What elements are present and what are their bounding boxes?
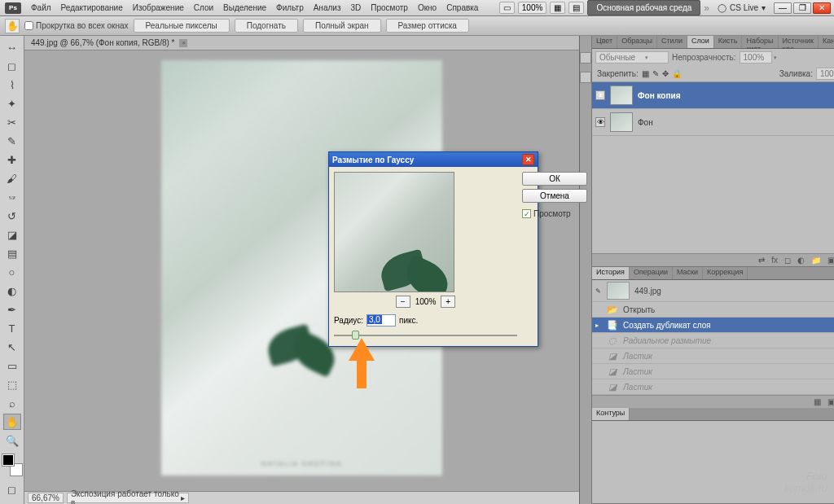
quickmask-toggle[interactable]: ◻ — [3, 481, 21, 497]
layer-name[interactable]: Фон — [638, 118, 653, 127]
menu-image[interactable]: Изображение — [128, 3, 189, 12]
document-tab[interactable]: 449.jpg @ 66,7% (Фон копия, RGB/8) *× — [24, 36, 579, 50]
color-swatches[interactable] — [2, 454, 22, 479]
history-brush-tool[interactable]: ↺ — [3, 208, 21, 224]
cslive-button[interactable]: ◯ CS Live ▾ — [713, 3, 770, 12]
zoom-field[interactable]: 66,67% — [28, 493, 64, 503]
maximize-button[interactable]: ❐ — [793, 2, 811, 14]
type-tool[interactable]: T — [3, 320, 21, 336]
tab-brush[interactable]: Кисть — [714, 36, 743, 48]
tab-history[interactable]: История — [592, 267, 630, 279]
tab-masks[interactable]: Маски — [673, 267, 703, 279]
menu-help[interactable]: Справка — [441, 3, 483, 12]
tab-close-icon[interactable]: × — [179, 39, 187, 47]
zoom-tool[interactable]: 🔍 — [3, 432, 21, 449]
fill-field[interactable]: 100% — [816, 68, 834, 80]
tab-adjustments[interactable]: Коррекция — [703, 267, 748, 279]
opacity-field[interactable]: 100% — [740, 51, 772, 64]
eraser-tool[interactable]: ◪ — [3, 226, 21, 243]
hand-tool-icon[interactable]: ✋ — [5, 19, 20, 33]
menu-filter[interactable]: Фильтр — [271, 3, 309, 12]
lock-icons[interactable]: ▦✎✥🔒 — [642, 69, 682, 78]
preview-checkbox[interactable]: ✓Просмотр — [522, 209, 587, 218]
link-icon[interactable]: ⇄ — [758, 256, 765, 265]
zoom-dropdown[interactable]: 100% — [518, 2, 547, 14]
tab-brushsets[interactable]: Наборы кист — [742, 36, 778, 48]
tab-styles[interactable]: Стили — [657, 36, 687, 48]
history-snapshot[interactable]: ✎ 449.jpg — [592, 280, 834, 302]
dialog-titlebar[interactable]: Размытие по Гауссу ✕ — [329, 152, 538, 167]
arrange-dropdown[interactable]: ▦ — [550, 2, 565, 14]
zoom-in-button[interactable]: + — [441, 296, 455, 308]
wand-tool[interactable]: ✦ — [3, 95, 21, 112]
layer-thumbnail[interactable] — [610, 85, 633, 105]
gradient-tool[interactable]: ▤ — [3, 245, 21, 261]
tab-layers[interactable]: Слои — [687, 36, 714, 48]
menu-select[interactable]: Выделение — [218, 3, 271, 12]
path-tool[interactable]: ↖ — [3, 339, 21, 355]
dialog-close-button[interactable]: ✕ — [522, 154, 534, 165]
close-button[interactable]: ✕ — [813, 2, 831, 14]
tab-swatches[interactable]: Образцы — [617, 36, 657, 48]
strip-icon[interactable] — [580, 52, 591, 64]
layer-row[interactable]: 👁 Фон 🔒 — [592, 109, 834, 136]
strip-icon[interactable] — [580, 72, 591, 83]
menu-analysis[interactable]: Анализ — [309, 3, 346, 12]
scroll-all-checkbox[interactable]: Прокрутка во всех окнах — [24, 21, 129, 30]
status-info[interactable]: Экспозиция работает только в ... ▸ — [67, 493, 189, 503]
full-screen-button[interactable]: Полный экран — [303, 19, 381, 33]
lasso-tool[interactable]: ⌇ — [3, 77, 21, 93]
crop-tool[interactable]: ✂ — [3, 114, 21, 130]
tab-paths[interactable]: Контуры — [592, 408, 630, 420]
visibility-toggle[interactable]: 👁 — [595, 90, 605, 100]
visibility-toggle[interactable]: 👁 — [595, 117, 605, 127]
ok-button[interactable]: ОК — [522, 172, 587, 186]
tab-color[interactable]: Цвет — [592, 36, 617, 48]
layer-name[interactable]: Фон копия — [638, 91, 680, 100]
actual-pixels-button[interactable]: Реальные пикселы — [134, 19, 230, 33]
marquee-tool[interactable]: ◻ — [3, 58, 21, 74]
preview-image[interactable] — [334, 172, 454, 292]
screen-mode-dropdown[interactable]: ▭ — [499, 2, 515, 14]
fit-screen-button[interactable]: Подогнать — [235, 19, 298, 33]
3d-tool[interactable]: ⬚ — [3, 376, 21, 392]
blend-mode-dropdown[interactable]: Обычные — [595, 51, 669, 64]
tab-channels[interactable]: Каналы — [819, 36, 834, 48]
dodge-tool[interactable]: ◐ — [3, 283, 21, 299]
shape-tool[interactable]: ▭ — [3, 357, 21, 374]
workspace-button[interactable]: Основная рабочая среда — [587, 0, 700, 15]
menu-view[interactable]: Просмотр — [366, 3, 413, 12]
minimize-button[interactable]: — — [774, 2, 792, 14]
menu-window[interactable]: Окно — [413, 3, 441, 12]
history-item[interactable]: ◌ Радиальное размытие — [592, 333, 834, 348]
mask-icon[interactable]: ◻ — [784, 256, 791, 265]
move-tool[interactable]: ↔ — [3, 39, 21, 55]
folder-icon[interactable]: 📁 — [811, 256, 821, 265]
radius-slider[interactable] — [334, 330, 517, 341]
adjust-icon[interactable]: ◐ — [797, 256, 805, 265]
menu-3d[interactable]: 3D — [345, 3, 366, 12]
tab-actions[interactable]: Операции — [630, 267, 673, 279]
new-layer-icon[interactable]: ▣ — [827, 256, 834, 265]
extras-dropdown[interactable]: ▤ — [568, 2, 584, 14]
camera-tool[interactable]: ⌕ — [3, 395, 21, 411]
blur-tool[interactable]: ○ — [3, 264, 21, 280]
cancel-button[interactable]: Отмена — [522, 189, 587, 203]
snapshot-icon[interactable]: ▦ — [814, 397, 821, 406]
stamp-tool[interactable]: ⎃ — [3, 189, 21, 205]
menu-file[interactable]: Файл — [26, 3, 56, 12]
layer-row[interactable]: 👁 Фон копия — [592, 82, 834, 109]
history-item[interactable]: ▸📑 Создать дубликат слоя — [592, 318, 834, 333]
menu-edit[interactable]: Редактирование — [56, 3, 128, 12]
print-size-button[interactable]: Размер оттиска — [386, 19, 469, 33]
new-state-icon[interactable]: ▣ — [827, 397, 834, 406]
history-item[interactable]: 📂 Открыть — [592, 302, 834, 318]
history-item[interactable]: ◪ Ластик — [592, 348, 834, 364]
menu-layers[interactable]: Слои — [189, 3, 218, 12]
history-item[interactable]: ◪ Ластик — [592, 364, 834, 379]
fx-icon[interactable]: fx — [771, 256, 778, 265]
healing-tool[interactable]: ✚ — [3, 151, 21, 168]
radius-input[interactable]: 3,0 — [367, 314, 396, 327]
pen-tool[interactable]: ✒ — [3, 301, 21, 318]
history-item[interactable]: ◪ Ластик — [592, 379, 834, 395]
